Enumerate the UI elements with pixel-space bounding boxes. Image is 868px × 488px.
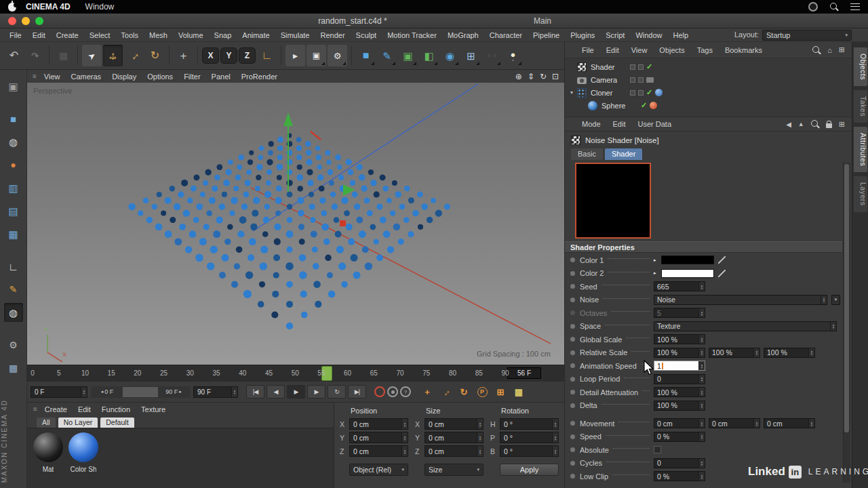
clone-point[interactable] [274, 239, 281, 245]
clone-point[interactable] [298, 224, 304, 230]
clone-point[interactable] [362, 246, 369, 253]
clone-point[interactable] [239, 216, 247, 224]
clone-point[interactable] [243, 192, 250, 198]
key-position-button[interactable]: + [419, 385, 435, 399]
visibility-toggle-icon[interactable] [638, 90, 644, 96]
clone-point[interactable] [336, 246, 344, 253]
coordinate-field-rotation-h[interactable]: 0 °▴▾ [500, 418, 559, 430]
noise-preview-swatch[interactable] [575, 163, 651, 239]
clone-point[interactable] [227, 224, 233, 230]
panel-tab-attributes[interactable]: Attributes [854, 127, 867, 172]
clone-point[interactable] [209, 197, 216, 204]
enabled-check-icon[interactable]: ✓ [646, 63, 652, 70]
apply-button[interactable]: Apply [500, 464, 559, 476]
value-field[interactable]: 0 cm▴▾ [709, 418, 760, 428]
clone-point[interactable] [319, 197, 326, 203]
timeline-tick-75[interactable]: 75 [422, 369, 430, 377]
clone-point[interactable] [152, 204, 157, 209]
clone-point[interactable] [341, 281, 348, 288]
clone-point[interactable] [296, 155, 302, 160]
menu-plugins[interactable]: Plugins [565, 28, 600, 42]
clone-point[interactable] [367, 210, 373, 216]
clone-point[interactable] [143, 198, 149, 204]
menu-edit[interactable]: Edit [27, 28, 51, 42]
clone-point[interactable] [287, 159, 293, 165]
stepper-icon[interactable]: ▴▾ [698, 348, 705, 357]
object-row-camera[interactable]: Camera [565, 73, 852, 86]
clone-point[interactable] [435, 209, 442, 216]
expand-arrow-icon[interactable]: ▸ [654, 270, 656, 276]
clone-point[interactable] [351, 254, 358, 262]
timeline-tick-80[interactable]: 80 [449, 369, 456, 377]
texture-mode-button[interactable]: ◍ [4, 132, 23, 151]
clone-point[interactable] [356, 217, 363, 224]
clone-point[interactable] [274, 224, 281, 230]
clone-point[interactable] [323, 239, 330, 245]
clone-point[interactable] [361, 186, 368, 192]
timeline-tick-85[interactable]: 85 [475, 369, 483, 377]
checkbox-absolute[interactable] [654, 446, 661, 453]
object-name[interactable]: Camera [591, 76, 630, 84]
clone-point[interactable] [403, 217, 410, 223]
clone-point[interactable] [338, 175, 344, 180]
y-axis-handle[interactable] [283, 113, 293, 126]
stepper-icon[interactable]: ▴▾ [231, 387, 237, 397]
stepper-icon[interactable]: ▴▾ [698, 308, 705, 317]
viewport-dolly-icon[interactable]: ⇕ [528, 72, 534, 81]
viewport-menu-panel[interactable]: Panel [206, 70, 236, 83]
stepper-icon[interactable]: ▴▾ [698, 459, 705, 468]
clone-point[interactable] [393, 224, 400, 230]
inactive-tool-slot[interactable]: ▦ [54, 45, 73, 66]
animation-dot-icon[interactable] [570, 310, 575, 315]
spline-pen-button[interactable]: ∟ [4, 257, 23, 276]
clone-point[interactable] [268, 150, 273, 155]
scrollbar-thumb[interactable] [844, 164, 849, 432]
clone-point[interactable] [203, 224, 210, 230]
camera-tag-icon[interactable] [646, 77, 654, 83]
am-menu-user-data[interactable]: User Data [632, 117, 678, 131]
value-field[interactable]: 0▴▾ [654, 458, 705, 468]
stepper-icon[interactable]: ▴▾ [81, 387, 87, 397]
clone-point[interactable] [301, 312, 308, 319]
stepper-icon[interactable]: ▴▾ [401, 419, 408, 429]
clone-point[interactable] [228, 160, 233, 165]
clone-point[interactable] [354, 203, 360, 209]
clone-point[interactable] [258, 155, 263, 160]
material-tab-no-layer[interactable]: No Layer [58, 418, 98, 428]
menu-sculpt[interactable]: Sculpt [351, 28, 382, 42]
clone-point[interactable] [256, 175, 261, 180]
clone-point[interactable] [286, 301, 293, 308]
viewport-menu-prorender[interactable]: ProRender [236, 70, 283, 83]
animation-dot-icon[interactable] [570, 377, 575, 382]
render-picture-viewer-button[interactable]: ▣ [307, 45, 326, 66]
stepper-icon[interactable]: ▴▾ [477, 446, 483, 456]
clone-point[interactable] [325, 255, 332, 262]
clone-point[interactable] [256, 164, 262, 170]
clone-point[interactable] [309, 203, 315, 209]
animation-dot-icon[interactable] [570, 284, 575, 289]
autokey-button[interactable] [387, 386, 398, 397]
key-parameter-button[interactable]: P [474, 385, 490, 399]
clone-point[interactable] [341, 197, 348, 204]
clone-point[interactable] [235, 175, 241, 181]
clone-point[interactable] [214, 175, 220, 180]
clone-point[interactable] [277, 137, 283, 143]
macos-menu-window[interactable]: Window [80, 0, 120, 14]
clone-point[interactable] [216, 216, 223, 223]
viewport-menu-options[interactable]: Options [142, 70, 178, 83]
timeline-tick-20[interactable]: 20 [134, 369, 141, 377]
material-tab-all[interactable]: All [37, 418, 56, 428]
clone-point[interactable] [335, 155, 341, 161]
clone-point[interactable] [387, 198, 392, 203]
stepper-icon[interactable]: ▴▾ [753, 348, 760, 357]
clone-point[interactable] [260, 246, 268, 253]
stepper-icon[interactable]: ▴▾ [753, 419, 760, 428]
clone-point[interactable] [286, 230, 294, 238]
clone-point[interactable] [213, 230, 220, 238]
clone-point[interactable] [296, 137, 302, 142]
timeline-tick-35[interactable]: 35 [212, 369, 220, 377]
clone-point[interactable] [277, 155, 283, 160]
redo-icon[interactable]: ↷ [25, 45, 45, 66]
clone-point[interactable] [185, 246, 193, 253]
clone-point[interactable] [165, 197, 172, 204]
